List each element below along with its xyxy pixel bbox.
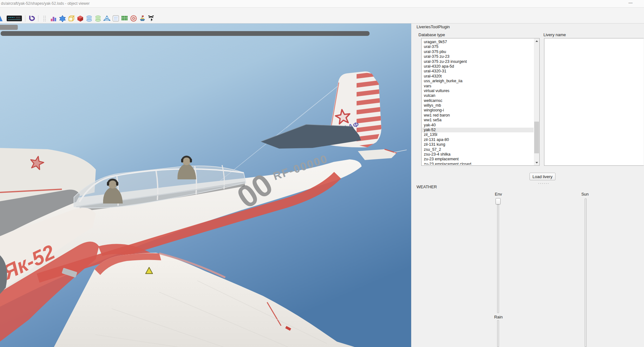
- database-type-item[interactable]: ural-375: [422, 44, 534, 49]
- scroll-up-button[interactable]: [534, 38, 539, 44]
- database-type-item[interactable]: willys_mb: [422, 103, 534, 108]
- livery-name-label: Livery name: [543, 32, 566, 37]
- cylinder-blue-icon[interactable]: [86, 15, 93, 22]
- database-type-item[interactable]: ural-4320t: [422, 74, 534, 79]
- cylinder-green-icon[interactable]: [95, 15, 102, 22]
- wireframe-pyramid-icon[interactable]: [103, 15, 110, 22]
- cut-tool-icon[interactable]: [148, 15, 155, 22]
- undo-icon[interactable]: [28, 15, 35, 22]
- bar-chart-icon[interactable]: [50, 15, 57, 22]
- database-type-label: Database type: [418, 32, 445, 37]
- window-title: ds/aircraft/yak-52/shapes/yak-52.lods - …: [1, 1, 89, 6]
- database-type-list[interactable]: uragan_9k57 ural-375 ural-375 pbu ural-3…: [421, 38, 540, 166]
- database-type-item[interactable]: zil-131 kung: [422, 142, 534, 147]
- toolbar-separator: [25, 15, 25, 22]
- load-livery-button[interactable]: Load livery: [529, 173, 555, 180]
- viewport-3d[interactable]: ДОСААФ RF-00000 00: [0, 23, 411, 347]
- database-type-item[interactable]: virtual vultures: [422, 89, 534, 93]
- database-type-item[interactable]: yak-52: [422, 128, 534, 132]
- env-slider-track[interactable]: [497, 204, 499, 313]
- database-type-item[interactable]: uss_arleigh_burke_iia: [422, 79, 534, 83]
- aircraft-scene: ДОСААФ RF-00000 00: [0, 23, 411, 347]
- database-type-item[interactable]: wingloong-i: [422, 108, 534, 113]
- database-type-item[interactable]: ural-4320-31: [422, 69, 534, 74]
- cockpit-display-icon[interactable]: [6, 15, 22, 22]
- scroll-up-icon: [536, 40, 538, 42]
- database-type-item[interactable]: zu-23 emplacement: [422, 157, 534, 162]
- database-type-item[interactable]: zil-131 apa-80: [422, 137, 534, 142]
- livery-name-list[interactable]: [544, 38, 644, 166]
- object-viewer-window: ds/aircraft/yak-52/shapes/yak-52.lods - …: [0, 0, 644, 347]
- sun-slider-track[interactable]: [585, 198, 587, 347]
- env-slider-label: Env: [489, 192, 508, 197]
- panel-title: LiveriesToolPlugin: [417, 24, 450, 29]
- env-slider-handle[interactable]: [496, 198, 501, 204]
- database-type-item[interactable]: ww1 red baron: [422, 113, 534, 118]
- database-type-item[interactable]: wellcarnsc: [422, 98, 534, 103]
- rain-slider-label: Rain: [489, 315, 508, 319]
- drag-dots-icon[interactable]: [41, 15, 48, 22]
- weather-label: WEATHER: [417, 184, 437, 189]
- database-type-item[interactable]: ural-375 zu-23: [422, 54, 534, 59]
- database-type-item[interactable]: ural-375 pbu: [422, 50, 534, 54]
- database-type-item[interactable]: ural-4320 apa-5d: [422, 64, 534, 69]
- red-seal-icon[interactable]: [130, 15, 137, 22]
- solid-cube-icon[interactable]: [77, 15, 84, 22]
- database-type-item[interactable]: zu-23 emplacement closed: [422, 162, 534, 165]
- vertex-cube-icon[interactable]: [59, 15, 66, 22]
- database-type-item[interactable]: zsu_57_2: [422, 147, 534, 152]
- database-type-item[interactable]: vars: [422, 84, 534, 89]
- database-type-item[interactable]: yak-40: [422, 123, 534, 128]
- scrollbar-thumb[interactable]: [534, 122, 539, 153]
- database-type-item[interactable]: zsu-23-4 shilka: [422, 152, 534, 157]
- progress-bar-large: [1, 31, 370, 36]
- wireframe-cube-icon[interactable]: [68, 15, 75, 22]
- rain-slider-track[interactable]: [497, 320, 499, 347]
- scroll-down-icon: [536, 162, 538, 163]
- database-type-item[interactable]: zil_135l: [422, 132, 534, 137]
- table-grid-icon[interactable]: [112, 15, 119, 22]
- title-bar: ds/aircraft/yak-52/shapes/yak-52.lods - …: [0, 0, 644, 8]
- liveries-tool-panel: LiveriesToolPlugin Database type Livery …: [411, 23, 644, 347]
- scrollbar[interactable]: [534, 38, 539, 165]
- database-type-item[interactable]: ww1 se5a: [422, 118, 534, 123]
- database-type-item[interactable]: vulcan: [422, 93, 534, 98]
- database-type-item[interactable]: uragan_9k57: [422, 40, 534, 44]
- toolbar: [0, 8, 644, 23]
- sun-slider-label: Sun: [575, 192, 595, 197]
- progress-bar-small: [0, 25, 18, 30]
- database-type-item[interactable]: ural-375 zu-23 insurgent: [422, 59, 534, 64]
- cone-icon[interactable]: [0, 15, 4, 22]
- green-grid-icon[interactable]: [121, 15, 128, 22]
- scroll-down-button[interactable]: [534, 160, 539, 165]
- size-grip[interactable]: [538, 182, 550, 184]
- ship-icon[interactable]: [139, 15, 146, 22]
- toolbar-separator: [38, 15, 38, 22]
- minimize-button[interactable]: —: [628, 0, 633, 5]
